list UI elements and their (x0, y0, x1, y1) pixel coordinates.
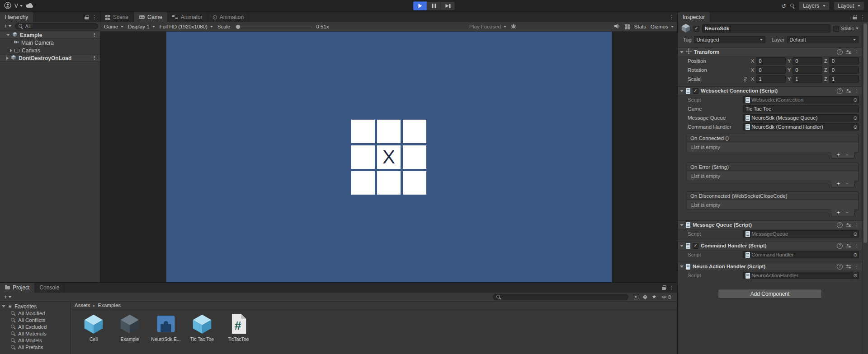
foldout-open-icon[interactable] (6, 34, 10, 36)
inspector-scrollbar[interactable] (862, 22, 868, 354)
game-mode-dropdown[interactable]: Game (104, 24, 123, 29)
event-remove-button[interactable]: − (845, 152, 849, 158)
hierarchy-item-dontdestroyonload[interactable]: DontDestroyOnLoad ⋮ (0, 54, 100, 62)
help-icon[interactable]: ? (837, 49, 843, 55)
transform-component-header[interactable]: Transform ? ⋮ (678, 47, 862, 56)
presets-icon[interactable] (846, 264, 851, 269)
favorites-item-all-prefabs[interactable]: All Prefabs (0, 344, 70, 350)
object-picker-icon[interactable]: ⊙ (852, 252, 859, 258)
foldout-closed-icon[interactable] (10, 49, 12, 52)
component-menu-icon[interactable]: ⋮ (854, 50, 859, 55)
scale-z-field[interactable]: 1 (829, 75, 859, 83)
websocket-connection-header[interactable]: Websocket Connection (Script) ? ⋮ (678, 86, 862, 95)
foldout-open-icon[interactable] (680, 51, 684, 53)
board-cell[interactable] (377, 120, 401, 143)
component-enabled-checkbox[interactable] (693, 243, 698, 249)
board-cell[interactable] (403, 145, 426, 169)
layers-dropdown[interactable]: Layers (799, 1, 830, 10)
board-cell[interactable] (351, 171, 375, 195)
project-search-input[interactable] (493, 294, 628, 300)
object-picker-icon[interactable]: ⊙ (852, 231, 859, 237)
search-icon[interactable] (790, 4, 795, 8)
favorites-header[interactable]: ★ Favorites (0, 303, 70, 310)
lock-icon[interactable] (853, 15, 857, 20)
script-object-field[interactable]: WebsocketConnection⊙ (743, 96, 859, 103)
component-menu-icon[interactable]: ⋮ (854, 223, 859, 228)
scene-menu-icon[interactable]: ⋮ (92, 56, 98, 61)
board-cell[interactable] (403, 171, 426, 195)
board-cell-center[interactable]: X (377, 145, 401, 169)
asset-cell[interactable]: Cell (76, 312, 111, 342)
asset-tic-tac-toe[interactable]: Tic Tac Toe (184, 312, 220, 342)
neuro-action-handler-component-header[interactable]: Neuro Action Handler (Script) ? ⋮ (678, 262, 862, 271)
rotation-y-field[interactable]: 0 (793, 66, 822, 74)
board-cell[interactable] (351, 145, 375, 169)
create-asset-button[interactable]: + (2, 294, 13, 300)
gameobject-name-field[interactable]: NeuroSdk (702, 24, 830, 33)
scale-x-field[interactable]: 1 (756, 75, 786, 83)
favorites-item-all-models[interactable]: All Models (0, 337, 70, 344)
board-cell[interactable] (351, 120, 375, 143)
help-icon[interactable]: ? (837, 264, 843, 270)
event-add-button[interactable]: + (837, 181, 840, 186)
script-object-field[interactable]: CommandHandler⊙ (743, 251, 859, 258)
undo-history-icon[interactable]: ↺ (781, 3, 786, 9)
panel-menu-icon[interactable]: ⋮ (669, 285, 674, 290)
tab-scene[interactable]: Scene (100, 12, 134, 22)
scale-y-field[interactable]: 1 (793, 75, 822, 83)
rotation-x-field[interactable]: 0 (756, 66, 786, 74)
tab-project[interactable]: Project (0, 283, 34, 293)
presets-icon[interactable] (846, 88, 851, 93)
presets-icon[interactable] (846, 243, 851, 248)
play-focused-dropdown[interactable]: Play Focused (469, 24, 506, 29)
component-menu-icon[interactable]: ⋮ (854, 264, 859, 269)
hierarchy-item-canvas[interactable]: Canvas (0, 47, 100, 54)
stats-button[interactable]: Stats (634, 24, 646, 29)
object-picker-icon[interactable]: ⊙ (852, 115, 859, 121)
gizmos-dropdown[interactable]: Gizmos (651, 24, 674, 29)
help-icon[interactable]: ? (837, 243, 843, 249)
constrain-proportions-icon[interactable] (743, 77, 749, 82)
script-object-field[interactable]: MessageQueue⊙ (743, 230, 859, 238)
search-by-label-icon[interactable] (642, 294, 647, 299)
hierarchy-search-input[interactable]: All (15, 23, 98, 29)
message-queue-object-field[interactable]: NeuroSdk (Message Queue)⊙ (743, 114, 859, 121)
display-dropdown[interactable]: Display 1 (128, 24, 155, 29)
step-button[interactable] (441, 1, 455, 10)
account-menu[interactable]: V (14, 3, 23, 9)
tab-hierarchy[interactable]: Hierarchy (0, 12, 33, 22)
message-queue-component-header[interactable]: Message Queue (Script) ? ⋮ (678, 220, 862, 229)
component-enabled-checkbox[interactable] (693, 88, 698, 94)
event-remove-button[interactable]: − (845, 210, 849, 215)
object-picker-icon[interactable]: ⊙ (852, 97, 859, 103)
help-icon[interactable]: ? (837, 88, 843, 94)
tab-animator[interactable]: Animator (167, 12, 208, 22)
command-handler-object-field[interactable]: NeuroSdk (Command Handler)⊙ (743, 123, 859, 130)
add-component-button[interactable]: Add Component (718, 289, 822, 298)
game-text-field[interactable]: Tic Tac Toe (743, 105, 859, 112)
panel-menu-icon[interactable]: ⋮ (92, 15, 97, 20)
hierarchy-item-example[interactable]: Example ⋮ (0, 31, 100, 39)
position-x-field[interactable]: 0 (756, 57, 786, 65)
panel-menu-icon[interactable]: ⋮ (860, 15, 865, 20)
favorites-item-all-excluded[interactable]: All Excluded (0, 323, 70, 330)
object-picker-icon[interactable]: ⊙ (852, 124, 859, 130)
save-search-icon[interactable]: ★ (652, 294, 656, 299)
tab-inspector[interactable]: Inspector (678, 12, 710, 22)
tag-dropdown[interactable]: Untagged (694, 36, 766, 43)
scene-menu-icon[interactable]: ⋮ (92, 33, 98, 37)
scale-slider[interactable] (235, 24, 312, 29)
foldout-open-icon[interactable] (680, 245, 684, 247)
play-button[interactable] (413, 1, 427, 10)
mute-audio-icon[interactable] (614, 23, 620, 30)
event-add-button[interactable]: + (837, 210, 840, 215)
hierarchy-item-main-camera[interactable]: Main Camera (0, 39, 100, 47)
breadcrumb-examples[interactable]: Examples (98, 303, 121, 308)
foldout-open-icon[interactable] (680, 90, 684, 92)
tab-game[interactable]: Game (134, 12, 167, 22)
account-icon[interactable] (4, 2, 11, 10)
panel-menu-icon[interactable]: ⋮ (669, 15, 674, 20)
board-cell[interactable] (403, 120, 426, 143)
pause-button[interactable] (427, 1, 441, 10)
static-checkbox[interactable] (833, 26, 839, 32)
